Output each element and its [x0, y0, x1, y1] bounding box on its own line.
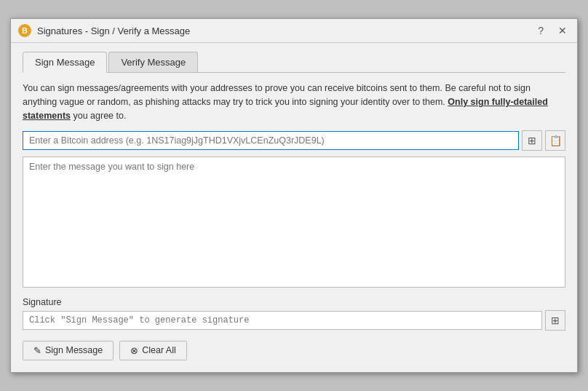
title-bar: B Signatures - Sign / Verify a Message ?… [11, 19, 577, 43]
address-book-icon: ⊞ [528, 135, 536, 146]
help-button[interactable]: ? [535, 23, 547, 38]
paste-address-button[interactable]: 📋 [545, 130, 565, 151]
sign-message-button[interactable]: ✎ Sign Message [23, 341, 114, 360]
action-buttons: ✎ Sign Message ⊗ Clear All [23, 341, 565, 360]
address-book-button[interactable]: ⊞ [522, 130, 542, 151]
app-icon: B [18, 24, 31, 37]
title-bar-actions: ? ✕ [535, 23, 570, 38]
window-title: Signatures - Sign / Verify a Message [37, 25, 529, 36]
signature-input[interactable] [23, 311, 542, 330]
sign-icon: ✎ [33, 345, 41, 356]
copy-signature-button[interactable]: ⊞ [545, 310, 565, 331]
close-button[interactable]: ✕ [555, 23, 570, 38]
clear-icon: ⊗ [130, 345, 138, 356]
address-input[interactable] [23, 131, 519, 150]
address-row: ⊞ 📋 [23, 130, 565, 151]
clear-all-button[interactable]: ⊗ Clear All [119, 341, 187, 360]
tab-bar: Sign Message Verify Message [23, 52, 565, 73]
tab-verify-message[interactable]: Verify Message [108, 52, 198, 72]
main-window: B Signatures - Sign / Verify a Message ?… [10, 18, 578, 372]
tab-sign-message[interactable]: Sign Message [23, 52, 107, 73]
copy-signature-icon: ⊞ [551, 315, 560, 326]
content-area: Sign Message Verify Message You can sign… [11, 43, 577, 371]
signature-row: ⊞ [23, 310, 565, 331]
paste-icon: 📋 [549, 135, 562, 146]
message-textarea[interactable] [23, 157, 565, 288]
info-text: You can sign messages/agreements with yo… [23, 82, 565, 122]
signature-label: Signature [23, 297, 565, 307]
